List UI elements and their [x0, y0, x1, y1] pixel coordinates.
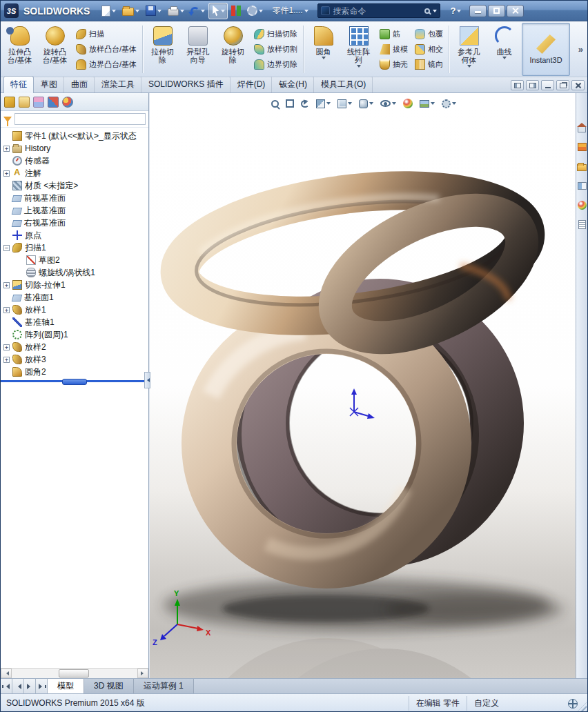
tree-item[interactable]: + 放样1: [1, 304, 148, 316]
ribbon-small-button[interactable]: 拔模: [378, 43, 410, 56]
view-toolbar-button[interactable]: [380, 99, 397, 108]
ribbon-tab[interactable]: 钣金(H): [272, 76, 314, 93]
search-icon[interactable]: [424, 8, 430, 14]
scrollbar-thumb[interactable]: [59, 669, 89, 678]
expand-toggle[interactable]: +: [3, 170, 10, 177]
dropdown-caret-icon[interactable]: [326, 102, 331, 107]
panel-tab-button[interactable]: [4, 97, 15, 108]
tree-item[interactable]: 材质 <未指定>: [1, 179, 148, 192]
tree-item[interactable]: 原点: [1, 229, 148, 241]
ribbon-button[interactable]: 线性阵列: [341, 23, 376, 76]
view-toolbar-button[interactable]: [402, 98, 413, 109]
ribbon-button[interactable]: 旋转凸台/基体: [37, 23, 72, 76]
task-pane-button[interactable]: [576, 161, 587, 172]
help-button[interactable]: ?: [447, 6, 464, 16]
expand-toggle[interactable]: +: [3, 357, 10, 363]
view-toolbar-button[interactable]: [285, 99, 295, 108]
instant3d-button[interactable]: Instant3D: [522, 23, 570, 76]
dropdown-caret-icon[interactable]: [112, 10, 116, 14]
document-window-button[interactable]: [526, 80, 539, 90]
dropdown-caret-icon[interactable]: [180, 10, 184, 14]
titlebar-tool-button[interactable]: [165, 3, 187, 19]
tree-item[interactable]: 零件1 (默认<<默认>_显示状态: [1, 130, 148, 142]
tree-item[interactable]: 草图2: [1, 254, 148, 266]
panel-horizontal-scrollbar[interactable]: [1, 668, 148, 678]
titlebar-tool-button[interactable]: [99, 3, 119, 19]
tab-nav-button[interactable]: [36, 679, 48, 693]
document-menu-button[interactable]: 零件1....: [268, 3, 313, 19]
expand-toggle[interactable]: +: [3, 307, 10, 313]
scroll-left-button[interactable]: [1, 669, 12, 678]
titlebar-tool-button[interactable]: [188, 3, 208, 19]
document-tab[interactable]: 运动算例 1: [134, 679, 194, 693]
document-window-button[interactable]: [571, 80, 585, 90]
tree-item[interactable]: + 注解: [1, 167, 148, 179]
tree-item[interactable]: 基准面1: [1, 291, 148, 304]
tree-item[interactable]: 基准轴1: [1, 316, 148, 328]
dropdown-caret-icon[interactable]: [135, 10, 139, 14]
ribbon-small-button[interactable]: 边界切除: [252, 59, 300, 71]
dropdown-caret-icon[interactable]: [431, 102, 435, 107]
task-pane-button[interactable]: [576, 141, 587, 152]
titlebar-tool-button[interactable]: [143, 3, 164, 19]
panel-tab-button[interactable]: [48, 97, 59, 108]
titlebar-tool-button[interactable]: [228, 3, 244, 19]
search-input[interactable]: [333, 6, 422, 16]
dropdown-caret-icon[interactable]: [221, 10, 225, 14]
origin-marker[interactable]: [350, 388, 375, 419]
ribbon-tab[interactable]: 渲染工具: [95, 76, 141, 93]
panel-collapse-button[interactable]: [144, 372, 150, 388]
expand-toggle[interactable]: −: [3, 245, 10, 251]
ribbon-button[interactable]: 参考几何体: [451, 23, 487, 76]
panel-tab-button[interactable]: [62, 97, 73, 108]
panel-tab-button[interactable]: [33, 97, 44, 108]
view-toolbar-button[interactable]: [419, 99, 435, 108]
tree-item[interactable]: + 放样3: [1, 353, 148, 366]
dropdown-caret-icon[interactable]: [357, 65, 361, 70]
tab-nav-button[interactable]: [1, 679, 12, 693]
ribbon-tab[interactable]: SOLIDWORKS 插件: [141, 76, 231, 93]
view-toolbar-button[interactable]: [271, 99, 280, 108]
tree-item[interactable]: − 扫描1: [1, 241, 148, 254]
dropdown-caret-icon[interactable]: [259, 10, 263, 14]
dropdown-caret-icon[interactable]: [502, 57, 507, 61]
ribbon-tab[interactable]: 草图: [34, 76, 64, 93]
ribbon-tab[interactable]: 曲面: [64, 76, 95, 93]
ribbon-button[interactable]: 旋转切除: [215, 23, 251, 76]
expand-toggle[interactable]: +: [3, 146, 10, 152]
tree-item[interactable]: + History: [1, 142, 148, 155]
ribbon-small-button[interactable]: 镜向: [413, 59, 445, 71]
view-toolbar-button[interactable]: [337, 99, 353, 109]
dropdown-caret-icon[interactable]: [369, 102, 373, 107]
front-ring-body[interactable]: [194, 311, 459, 576]
ribbon-small-button[interactable]: 放样凸台/基体: [74, 43, 139, 56]
task-pane-button[interactable]: [576, 219, 587, 230]
tree-item[interactable]: 前视基准面: [1, 192, 148, 204]
feature-tree-filter-input[interactable]: [14, 113, 146, 125]
view-toolbar-button[interactable]: [300, 99, 310, 108]
document-tab[interactable]: 模型: [48, 679, 84, 693]
ribbon-small-button[interactable]: 扫描: [74, 28, 139, 41]
dropdown-caret-icon[interactable]: [467, 65, 471, 70]
view-toolbar-button[interactable]: [315, 99, 331, 109]
task-pane-button[interactable]: [576, 122, 587, 133]
custom-status-button[interactable]: 自定义: [467, 696, 506, 711]
ribbon-small-button[interactable]: 扫描切除: [252, 28, 300, 41]
ribbon-small-button[interactable]: 抽壳: [378, 59, 410, 71]
expand-toggle[interactable]: +: [3, 344, 10, 350]
ribbon-tab[interactable]: 焊件(D): [231, 76, 273, 93]
scroll-right-button[interactable]: [137, 669, 148, 678]
tab-nav-button[interactable]: [12, 679, 24, 693]
document-window-button[interactable]: [556, 80, 569, 90]
window-control-button[interactable]: [507, 5, 524, 17]
document-window-button[interactable]: [511, 80, 524, 90]
ribbon-button[interactable]: 曲线: [487, 23, 522, 76]
window-control-button[interactable]: [469, 5, 487, 17]
dropdown-caret-icon[interactable]: [392, 102, 396, 107]
tree-item[interactable]: 右视基准面: [1, 217, 148, 229]
document-window-button[interactable]: [541, 80, 554, 90]
scrollbar-track[interactable]: [12, 669, 137, 678]
ribbon-button[interactable]: 拉伸切除: [145, 23, 180, 76]
ribbon-button[interactable]: 异型孔向导: [180, 23, 215, 76]
expand-toggle[interactable]: +: [3, 282, 10, 288]
